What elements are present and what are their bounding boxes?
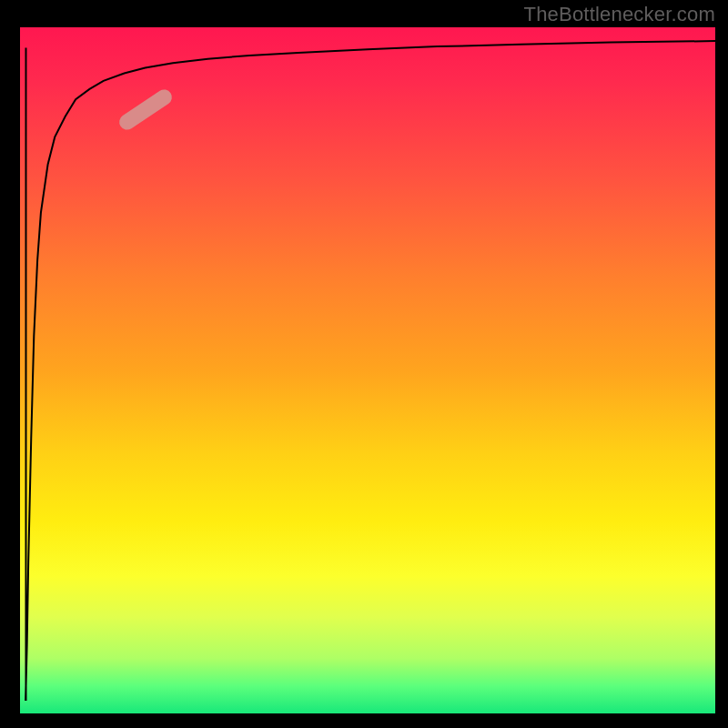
watermark-text: TheBottlenecker.com: [524, 3, 715, 26]
chart-plot-area: [20, 27, 715, 713]
